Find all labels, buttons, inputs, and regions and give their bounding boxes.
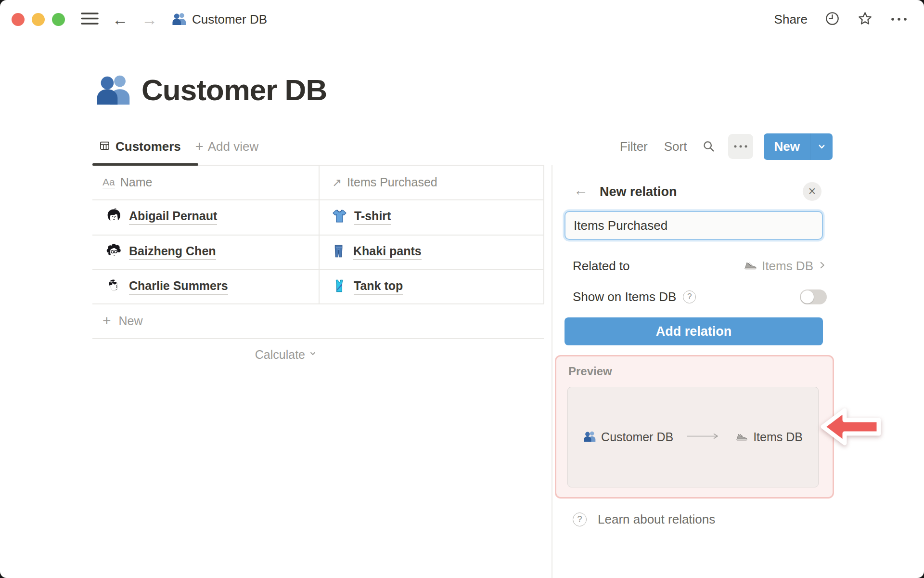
app-window: ← → Customer DB Share Customer DB: [0, 0, 924, 578]
help-icon: ?: [573, 512, 587, 526]
avatar: [106, 243, 122, 261]
table-row: Abigail Pernaut T-shirt: [92, 199, 544, 235]
breadcrumb-title: Customer DB: [192, 12, 267, 27]
panel-divider: [552, 165, 552, 578]
new-row-button[interactable]: + New: [92, 303, 544, 338]
tab-customers[interactable]: Customers: [99, 139, 181, 154]
show-on-row: Show on Items DB ?: [573, 284, 827, 309]
zoom-window-button[interactable]: [52, 13, 65, 26]
column-items-label: Items Purchased: [347, 175, 437, 189]
preview-label: Preview: [568, 365, 612, 378]
help-icon[interactable]: ?: [683, 290, 696, 303]
active-tab-underline: [92, 163, 198, 166]
relation-property-icon: ↗: [332, 176, 342, 189]
add-view-button[interactable]: + Add view: [195, 139, 258, 154]
preview-source-db: Customer DB: [601, 430, 673, 444]
topbar-right: Share: [774, 0, 908, 39]
people-icon: [583, 430, 596, 445]
relation-name-input[interactable]: [565, 211, 823, 240]
calculate-button[interactable]: Calculate: [92, 338, 317, 371]
related-to-value: Items DB: [743, 258, 827, 274]
new-record-button[interactable]: New: [764, 139, 809, 154]
related-to-row[interactable]: Related to Items DB: [573, 253, 827, 278]
minimize-window-button[interactable]: [32, 13, 45, 26]
add-view-label: Add view: [208, 139, 259, 154]
chevron-down-icon: [309, 350, 317, 359]
plus-icon: +: [103, 314, 111, 328]
view-more-options-icon[interactable]: [728, 134, 753, 159]
tanktop-icon: [332, 278, 346, 295]
toggle-knob: [801, 290, 814, 303]
sidebar-menu-icon[interactable]: [81, 12, 99, 27]
avatar: [106, 208, 122, 226]
text-property-icon: Aa: [103, 176, 115, 188]
column-name-label: Name: [120, 175, 153, 189]
annotation-arrow-icon: [818, 404, 886, 452]
column-header-name[interactable]: Aa Name: [103, 165, 152, 199]
page-title[interactable]: Customer DB: [141, 73, 327, 107]
plus-icon: +: [195, 140, 204, 154]
search-icon[interactable]: [702, 140, 716, 153]
new-row-label: New: [119, 314, 143, 328]
record-link[interactable]: Charlie Summers: [129, 279, 228, 295]
learn-about-relations-link[interactable]: ? Learn about relations: [573, 508, 715, 531]
jeans-icon: [332, 244, 346, 261]
long-arrow-right-icon: [687, 433, 721, 442]
view-tabs: Customers + Add view: [99, 133, 258, 160]
new-record-button-group: New: [764, 133, 833, 160]
breadcrumb[interactable]: Customer DB: [172, 11, 267, 28]
learn-link-label: Learn about relations: [598, 512, 715, 527]
panel-back-icon[interactable]: ←: [574, 183, 588, 197]
avatar: [106, 278, 122, 296]
calculate-label: Calculate: [255, 348, 305, 362]
filter-button[interactable]: Filter: [620, 139, 648, 154]
forward-icon[interactable]: →: [141, 12, 157, 27]
show-on-toggle[interactable]: [800, 289, 827, 304]
history-clock-icon[interactable]: [825, 11, 840, 28]
panel-title: New relation: [600, 184, 677, 199]
relation-preview: Customer DB Items DB: [567, 387, 819, 487]
add-relation-button[interactable]: Add relation: [565, 317, 823, 345]
sort-button[interactable]: Sort: [664, 139, 687, 154]
close-window-button[interactable]: [12, 13, 25, 26]
relation-link[interactable]: Khaki pants: [353, 244, 422, 260]
chevron-right-icon: [818, 261, 827, 272]
people-icon: [95, 70, 132, 109]
panel-close-icon[interactable]: ×: [803, 182, 821, 201]
favorite-star-icon[interactable]: [857, 11, 873, 28]
related-to-label: Related to: [573, 259, 630, 274]
shoe-icon: [743, 258, 757, 274]
tshirt-icon: [332, 209, 347, 225]
table-row: Baizheng Chen Khaki pants: [92, 235, 544, 270]
view-controls: Filter Sort New: [620, 133, 833, 160]
back-icon[interactable]: ←: [112, 12, 128, 27]
preview-highlight: Preview Customer DB Items DB: [555, 355, 834, 499]
column-header-items[interactable]: ↗ Items Purchased: [332, 165, 437, 199]
more-options-icon[interactable]: [890, 15, 908, 24]
preview-target-db: Items DB: [753, 430, 803, 444]
record-link[interactable]: Abigail Pernaut: [129, 209, 217, 225]
share-button[interactable]: Share: [774, 12, 808, 27]
new-button-dropdown[interactable]: [810, 133, 833, 160]
relation-link[interactable]: T-shirt: [354, 209, 391, 225]
tab-customers-label: Customers: [116, 139, 181, 154]
people-icon: [172, 11, 187, 28]
relation-link[interactable]: Tank top: [354, 279, 403, 295]
table-row: Charlie Summers Tank top: [92, 269, 544, 304]
shoe-icon: [735, 430, 748, 445]
table-view-icon: [99, 140, 110, 153]
show-on-label: Show on Items DB: [573, 289, 676, 304]
topbar-left: ← → Customer DB: [12, 0, 267, 39]
record-link[interactable]: Baizheng Chen: [129, 244, 216, 260]
related-db-name: Items DB: [762, 259, 813, 274]
page-title-row: Customer DB: [95, 70, 327, 109]
